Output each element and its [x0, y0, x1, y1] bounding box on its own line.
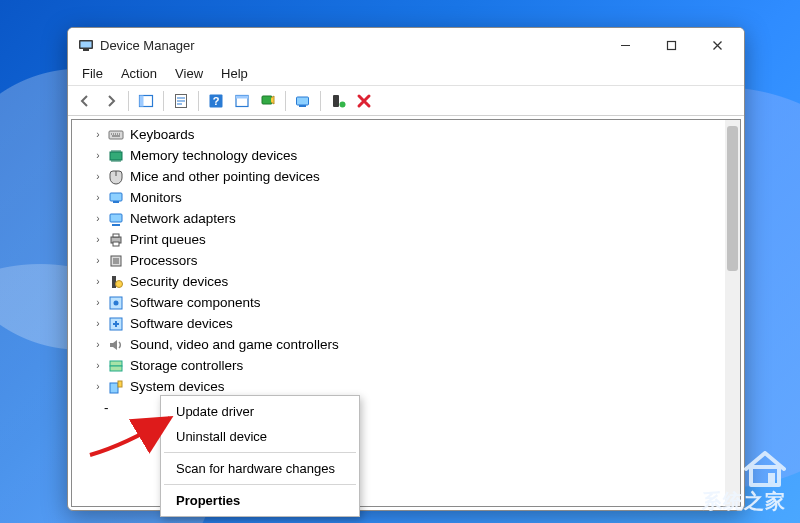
vertical-scrollbar[interactable] [725, 120, 740, 506]
expand-icon[interactable]: › [92, 360, 104, 371]
expand-icon[interactable]: › [92, 213, 104, 224]
expand-icon[interactable]: › [92, 255, 104, 266]
context-menu-item[interactable]: Scan for hardware changes [162, 456, 358, 481]
svg-rect-26 [112, 276, 116, 288]
svg-rect-5 [140, 95, 144, 106]
toolbar: ? [68, 86, 744, 116]
svg-rect-13 [299, 105, 306, 107]
titlebar[interactable]: Device Manager [68, 28, 744, 62]
toolbar-enable[interactable] [327, 90, 349, 112]
svg-rect-33 [110, 383, 118, 393]
scroll-thumb[interactable] [727, 126, 738, 271]
minimize-button[interactable] [602, 30, 648, 60]
tree-node[interactable]: ›Sound, video and game controllers [92, 334, 738, 355]
svg-rect-11 [262, 96, 272, 104]
tree-node-label: Processors [130, 253, 198, 268]
swdev-icon [108, 316, 124, 332]
expand-icon[interactable]: › [92, 297, 104, 308]
toolbar-update-driver[interactable] [257, 90, 279, 112]
expand-icon[interactable]: › [92, 234, 104, 245]
svg-rect-31 [110, 361, 122, 366]
toolbar-properties[interactable] [170, 90, 192, 112]
toolbar-forward[interactable] [100, 90, 122, 112]
tree-node-label: Network adapters [130, 211, 236, 226]
system-icon [108, 379, 124, 395]
maximize-button[interactable] [648, 30, 694, 60]
tree-node-label: Mice and other pointing devices [130, 169, 320, 184]
tree-node-label: Sound, video and game controllers [130, 337, 339, 352]
tree-node[interactable]: ›Processors [92, 250, 738, 271]
svg-rect-17 [110, 152, 122, 160]
svg-rect-12 [297, 97, 309, 105]
tree-node[interactable]: ›Network adapters [92, 208, 738, 229]
security-icon [108, 274, 124, 290]
svg-rect-19 [113, 201, 119, 203]
tree-node-label: Print queues [130, 232, 206, 247]
svg-rect-18 [110, 193, 122, 201]
tree-node-label: Security devices [130, 274, 228, 289]
tree-node[interactable]: ›Security devices [92, 271, 738, 292]
memory-icon [108, 148, 124, 164]
tree-node-label: Memory technology devices [130, 148, 297, 163]
tree-node[interactable]: ›Mice and other pointing devices [92, 166, 738, 187]
svg-rect-32 [110, 366, 122, 371]
tree-node[interactable]: ›Memory technology devices [92, 145, 738, 166]
context-menu-item[interactable]: Properties [162, 488, 358, 513]
expand-icon[interactable]: › [92, 276, 104, 287]
monitor-icon [108, 190, 124, 206]
tree-node[interactable]: ›Software devices [92, 313, 738, 334]
expand-icon[interactable]: › [92, 129, 104, 140]
tree-node-label: Software devices [130, 316, 233, 331]
menubar: File Action View Help [68, 62, 744, 86]
svg-rect-20 [110, 214, 122, 222]
toolbar-showhidden[interactable] [231, 90, 253, 112]
tree-node-label: Keyboards [130, 127, 195, 142]
tree-node-label: Monitors [130, 190, 182, 205]
app-icon [78, 37, 94, 53]
watermark-text: 系统之家 [702, 488, 786, 515]
menu-view[interactable]: View [167, 64, 211, 83]
svg-rect-22 [113, 234, 119, 237]
svg-point-29 [114, 300, 119, 305]
svg-text:?: ? [213, 95, 220, 107]
toolbar-scan[interactable] [292, 90, 314, 112]
menu-file[interactable]: File [74, 64, 111, 83]
expand-icon[interactable]: › [92, 150, 104, 161]
tree-node-label: System devices [130, 379, 225, 394]
expand-icon[interactable]: › [92, 171, 104, 182]
toolbar-console-tree[interactable] [135, 90, 157, 112]
mouse-icon [108, 169, 124, 185]
context-menu-item[interactable]: Update driver [162, 399, 358, 424]
close-button[interactable] [694, 30, 740, 60]
svg-point-15 [340, 101, 346, 107]
tree-node[interactable]: ›Monitors [92, 187, 738, 208]
expand-icon[interactable]: › [92, 381, 104, 392]
tree-node[interactable]: ›Storage controllers [92, 355, 738, 376]
expand-icon[interactable]: › [92, 192, 104, 203]
menu-help[interactable]: Help [213, 64, 256, 83]
tree-node[interactable]: ›Print queues [92, 229, 738, 250]
swcomp-icon [108, 295, 124, 311]
expand-icon[interactable]: › [92, 339, 104, 350]
svg-rect-1 [81, 42, 92, 48]
svg-rect-3 [667, 41, 675, 49]
sound-icon [108, 337, 124, 353]
tree-node[interactable]: ›Keyboards [92, 124, 738, 145]
svg-point-27 [116, 280, 123, 287]
tree-node[interactable]: ›Software components [92, 292, 738, 313]
svg-rect-36 [768, 473, 775, 485]
expand-icon[interactable]: › [92, 318, 104, 329]
svg-rect-34 [118, 381, 122, 387]
tree-node[interactable]: ›System devices [92, 376, 738, 397]
toolbar-uninstall[interactable] [353, 90, 375, 112]
svg-rect-16 [109, 131, 123, 139]
toolbar-back[interactable] [74, 90, 96, 112]
svg-rect-14 [333, 95, 339, 107]
svg-rect-25 [113, 258, 119, 264]
context-menu-separator [164, 484, 356, 485]
context-menu-item[interactable]: Uninstall device [162, 424, 358, 449]
toolbar-help[interactable]: ? [205, 90, 227, 112]
menu-action[interactable]: Action [113, 64, 165, 83]
tree-node-label: Storage controllers [130, 358, 243, 373]
watermark-logo-icon [742, 449, 788, 489]
